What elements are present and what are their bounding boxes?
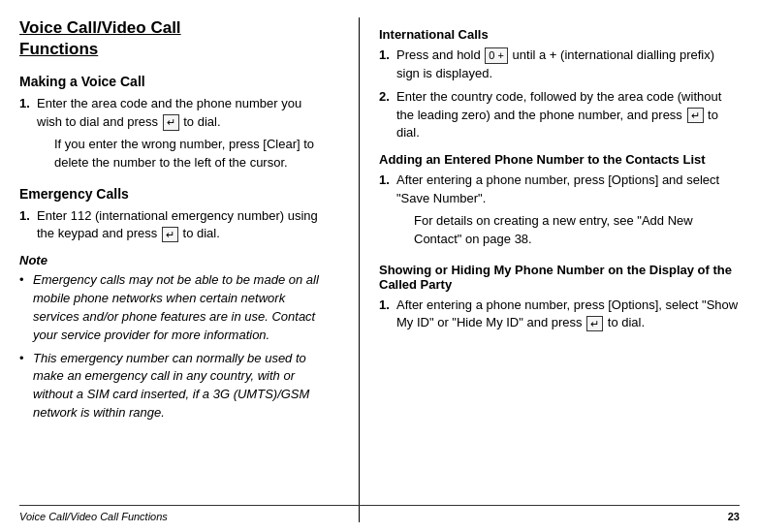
list-item: 1. After entering a phone number, press …: [379, 172, 740, 252]
list-content: Enter the country code, followed by the …: [396, 88, 740, 143]
contacts-list: 1. After entering a phone number, press …: [379, 172, 740, 252]
bullet-char: •: [19, 271, 33, 290]
note-section: Note • Emergency calls may not be able t…: [19, 253, 330, 422]
emergency-calls-heading: Emergency Calls: [19, 186, 330, 202]
right-column: International Calls 1. Press and hold 0 …: [369, 17, 740, 522]
column-divider: [359, 17, 360, 522]
bullet-char: •: [19, 350, 33, 368]
contacts-heading: Adding an Entered Phone Number to the Co…: [379, 152, 740, 167]
sub-paragraph: For details on creating a new entry, see…: [414, 212, 740, 249]
page-title: Voice Call/Video Call Functions: [19, 17, 330, 60]
list-number: 2.: [379, 88, 396, 107]
list-number: 1.: [19, 207, 37, 226]
note-label: Note: [19, 253, 330, 267]
zero-plus-key: 0 +: [485, 47, 508, 63]
emergency-calls-list: 1. Enter 112 (international emergency nu…: [19, 207, 330, 244]
list-content: Enter the area code and the phone number…: [37, 95, 330, 175]
dial-key: ↵: [163, 114, 179, 130]
bullet-content: This emergency number can normally be us…: [33, 350, 330, 422]
dial-key: ↵: [162, 227, 178, 242]
list-content: Press and hold 0 + until a + (internatio…: [396, 47, 740, 83]
list-item: 1. After entering a phone number, press …: [379, 297, 740, 333]
footer-left-text: Voice Call/Video Call Functions: [19, 511, 168, 522]
intl-calls-heading: International Calls: [379, 27, 740, 42]
page-number: 23: [728, 511, 740, 522]
list-content: After entering a phone number, press [Op…: [396, 172, 740, 252]
list-item: 1. Enter 112 (international emergency nu…: [19, 207, 330, 244]
showing-heading: Showing or Hiding My Phone Number on the…: [379, 263, 740, 292]
left-column: Voice Call/Video Call Functions Making a…: [19, 17, 349, 522]
list-content: After entering a phone number, press [Op…: [396, 297, 740, 333]
list-number: 1.: [379, 172, 396, 190]
list-content: Enter 112 (international emergency numbe…: [37, 207, 330, 244]
page-footer: Voice Call/Video Call Functions 23: [19, 505, 740, 522]
intl-calls-list: 1. Press and hold 0 + until a + (interna…: [379, 47, 740, 142]
list-number: 1.: [379, 47, 396, 65]
list-item: 1. Press and hold 0 + until a + (interna…: [379, 47, 740, 83]
list-item: • This emergency number can normally be …: [19, 350, 330, 422]
sub-paragraph: If you enter the wrong number, press [Cl…: [54, 136, 330, 172]
list-number: 1.: [19, 95, 37, 113]
list-item: 2. Enter the country code, followed by t…: [379, 88, 740, 143]
bullet-content: Emergency calls may not be able to be ma…: [33, 271, 330, 344]
note-bullet-list: • Emergency calls may not be able to be …: [19, 271, 330, 422]
dial-key: ↵: [586, 316, 603, 331]
showing-list: 1. After entering a phone number, press …: [379, 297, 740, 333]
making-voice-call-list: 1. Enter the area code and the phone num…: [19, 95, 330, 175]
list-item: • Emergency calls may not be able to be …: [19, 271, 330, 344]
list-number: 1.: [379, 297, 396, 315]
list-item: 1. Enter the area code and the phone num…: [19, 95, 330, 175]
dial-key: ↵: [687, 108, 704, 123]
making-voice-call-heading: Making a Voice Call: [19, 74, 330, 89]
